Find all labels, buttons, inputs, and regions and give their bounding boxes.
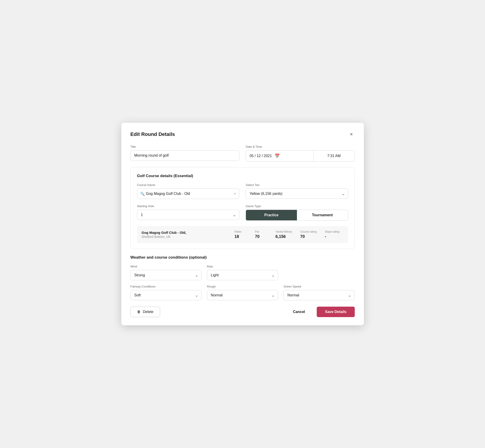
title-input[interactable] [130,150,240,161]
search-icon: 🔍 [140,192,145,196]
date-value: 05 / 12 / 2021 [250,154,272,158]
modal-title: Edit Round Details [130,131,175,137]
calendar-icon: 📅 [275,153,280,159]
select-tee-group: Select Tee Yellow (6,156 yards) ⌄ [246,183,348,199]
course-search-wrap: 🔍 × [137,189,240,199]
par-label: Par [255,230,259,233]
course-name-input[interactable] [137,189,240,199]
par-stat: Par 70 [251,230,271,239]
green-speed-wrap: Slow Normal Fast Very Fast ⌄ [283,290,355,300]
tournament-button[interactable]: Tournament [297,210,348,220]
weather-section-title: Weather and course conditions (optional) [130,255,355,260]
rain-group: Rain None Light Moderate Heavy ⌄ [207,265,278,280]
save-details-button[interactable]: Save Details [317,307,355,317]
title-datetime-row: Title Date & Time 05 / 12 / 2021 📅 7:31 … [130,145,355,162]
date-time-group: Date & Time 05 / 12 / 2021 📅 7:31 AM [246,145,355,162]
starting-hole-label: Starting Hole [137,204,240,208]
holes-stat: Holes 18 [230,230,251,239]
green-speed-select[interactable]: Slow Normal Fast Very Fast [283,290,355,300]
slope-rating-stat: Slope rating - [321,230,343,239]
time-field[interactable]: 7:31 AM [314,151,355,161]
fairway-label: Fairway Conditions [130,285,202,288]
course-name-block: Gog Magog Golf Club - Old, Shelford Bott… [142,231,230,239]
course-rating-value: 70 [300,234,305,239]
rain-wrap: None Light Moderate Heavy ⌄ [207,270,278,280]
course-rating-stat: Course rating 70 [296,230,321,239]
hole-gametype-row: Starting Hole 1 10 ⌄ Game Type Practice … [137,204,348,221]
rough-select[interactable]: Short Normal Long [207,290,278,300]
slope-rating-value: - [325,234,326,239]
clear-icon[interactable]: × [234,192,236,196]
cancel-button[interactable]: Cancel [289,307,309,317]
course-info-box: Gog Magog Golf Club - Old, Shelford Bott… [137,226,348,243]
par-value: 70 [255,234,259,239]
game-type-label: Game Type [246,204,348,208]
golf-course-section: Golf Course details (Essential) Course N… [130,167,355,249]
fairway-group: Fairway Conditions Soft Normal Hard ⌄ [130,285,202,300]
rain-select[interactable]: None Light Moderate Heavy [207,270,278,280]
date-time-label: Date & Time [246,145,355,148]
starting-hole-group: Starting Hole 1 10 ⌄ [137,204,240,220]
rough-wrap: Short Normal Long ⌄ [207,290,278,300]
select-tee-wrap: Yellow (6,156 yards) ⌄ [246,189,348,199]
title-group: Title [130,145,240,161]
yards-stat: Yards(Yellow) 6,156 [271,230,296,239]
golf-course-section-title: Golf Course details (Essential) [137,174,348,178]
rough-label: Rough [207,285,278,288]
wind-select[interactable]: Calm Light Moderate Strong Very Strong [130,270,202,280]
wind-wrap: Calm Light Moderate Strong Very Strong ⌄ [130,270,202,280]
footer-row: 🗑 Delete Cancel Save Details [130,307,355,317]
practice-button[interactable]: Practice [246,210,297,220]
fairway-rough-green-row: Fairway Conditions Soft Normal Hard ⌄ Ro… [130,285,355,300]
fairway-wrap: Soft Normal Hard ⌄ [130,290,202,300]
course-name-main: Gog Magog Golf Club - Old, [142,231,230,234]
footer-right: Cancel Save Details [289,307,355,317]
holes-value: 18 [234,234,239,239]
green-speed-label: Green Speed [283,285,355,288]
time-value: 7:31 AM [327,154,341,158]
game-type-toggle: Practice Tournament [246,210,348,221]
yards-label: Yards(Yellow) [275,230,292,233]
holes-label: Holes [234,230,242,233]
wind-group: Wind Calm Light Moderate Strong Very Str… [130,265,202,280]
course-tee-row: Course Name 🔍 × Select Tee Yellow (6,156… [137,183,348,199]
date-time-field: 05 / 12 / 2021 📅 7:31 AM [246,150,355,162]
select-tee-label: Select Tee [246,183,348,187]
wind-label: Wind [130,265,202,268]
fairway-select[interactable]: Soft Normal Hard [130,290,202,300]
game-type-group: Game Type Practice Tournament [246,204,348,221]
rough-group: Rough Short Normal Long ⌄ [207,285,278,300]
course-rating-label: Course rating [300,230,316,233]
course-name-group: Course Name 🔍 × [137,183,240,199]
close-button[interactable]: × [348,131,355,138]
delete-button[interactable]: 🗑 Delete [130,307,160,317]
yards-value: 6,156 [275,234,286,239]
trash-icon: 🗑 [137,310,141,314]
green-speed-group: Green Speed Slow Normal Fast Very Fast ⌄ [283,285,355,300]
edit-round-modal: Edit Round Details × Title Date & Time 0… [121,123,364,325]
title-label: Title [130,145,240,148]
wind-rain-row: Wind Calm Light Moderate Strong Very Str… [130,265,355,280]
delete-label: Delete [143,310,154,314]
course-location: Shelford Bottom, UK [142,235,230,239]
rain-label: Rain [207,265,278,268]
course-name-label: Course Name [137,183,240,187]
select-tee-input[interactable]: Yellow (6,156 yards) [246,189,348,199]
starting-hole-select[interactable]: 1 10 [137,210,240,220]
modal-header: Edit Round Details × [130,131,355,138]
date-field[interactable]: 05 / 12 / 2021 📅 [246,151,314,161]
starting-hole-wrap: 1 10 ⌄ [137,210,240,220]
slope-rating-label: Slope rating [325,230,339,233]
weather-section: Weather and course conditions (optional)… [130,255,355,300]
